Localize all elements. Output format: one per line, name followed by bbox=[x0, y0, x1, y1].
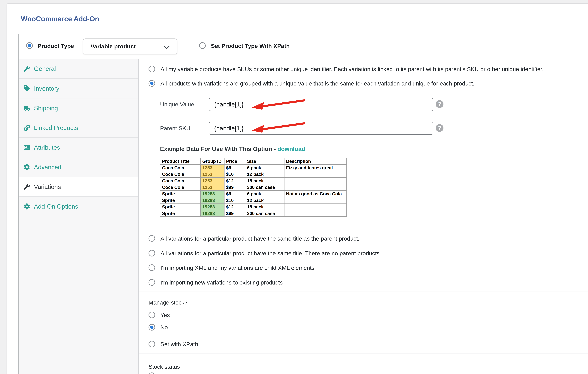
variation-title-option-2[interactable]: All variations for a particular product … bbox=[148, 250, 381, 257]
cell: 12 pack bbox=[245, 197, 284, 204]
variation-option-label: I'm importing XML and my variations are … bbox=[160, 264, 315, 271]
sidebar-item-general[interactable]: General bbox=[19, 59, 138, 79]
cell: Coca Cola bbox=[160, 171, 200, 177]
cell: $99 bbox=[224, 210, 245, 217]
variation-option-label: I'm importing new variations to existing… bbox=[160, 279, 283, 286]
manage-stock-question: Manage stock? bbox=[148, 299, 188, 306]
col-header: Price bbox=[224, 158, 245, 165]
table-header-row: Product Title Group ID Price Size Descri… bbox=[160, 158, 347, 165]
sidebar-item-linked-products[interactable]: Linked Products bbox=[19, 118, 138, 138]
cell: Sprite bbox=[160, 210, 200, 217]
cell: 1253 bbox=[200, 177, 224, 184]
sidebar-item-label: Linked Products bbox=[34, 124, 78, 131]
sidebar-item-label: Attributes bbox=[34, 144, 60, 151]
parent-sku-input[interactable] bbox=[209, 122, 433, 135]
sidebar-item-addon-options[interactable]: Add-On Options bbox=[19, 197, 138, 216]
cell: 6 pack bbox=[245, 190, 284, 197]
cell: Not as good as Coca Cola. bbox=[284, 190, 347, 197]
sidebar-item-label: Shipping bbox=[34, 105, 58, 112]
cell: $99 bbox=[224, 184, 245, 190]
unique-value-label: Unique Value bbox=[160, 101, 194, 108]
example-data-table: Product Title Group ID Price Size Descri… bbox=[160, 158, 347, 217]
cell: $10 bbox=[224, 171, 245, 177]
screenshot-root: WooCommerce Add-On Product Type Variable… bbox=[0, 0, 588, 374]
cell: $10 bbox=[224, 197, 245, 204]
stock-status-radio[interactable] bbox=[148, 373, 155, 374]
radio-button[interactable] bbox=[148, 250, 155, 256]
sidebar-item-advanced[interactable]: Advanced bbox=[19, 157, 138, 177]
variation-title-option-3[interactable]: I'm importing XML and my variations are … bbox=[148, 264, 315, 271]
help-icon[interactable]: ? bbox=[436, 124, 443, 132]
cell: $12 bbox=[224, 204, 245, 210]
unique-value-input[interactable] bbox=[209, 98, 433, 111]
sidebar-item-inventory[interactable]: Inventory bbox=[19, 79, 138, 99]
cell: Coca Cola bbox=[160, 177, 200, 184]
cell: 19283 bbox=[200, 190, 224, 197]
wrench-icon bbox=[24, 184, 30, 190]
gear-icon bbox=[24, 164, 30, 170]
product-type-selected-value: Variable product bbox=[91, 43, 136, 50]
manage-stock-xpath[interactable]: Set with XPath bbox=[148, 341, 198, 348]
set-product-type-xpath-radio[interactable] bbox=[199, 42, 206, 49]
variation-title-option-4[interactable]: I'm importing new variations to existing… bbox=[148, 279, 283, 286]
grouping-option-unique-value[interactable]: All products with variations are grouped… bbox=[148, 80, 474, 87]
cell: Fizzy and tastes great. bbox=[284, 165, 347, 171]
download-link[interactable]: download bbox=[277, 145, 305, 152]
link-icon bbox=[24, 125, 30, 131]
attributes-card-icon bbox=[24, 144, 30, 151]
table-row: Coca Cola 1253 $99 300 can case bbox=[160, 184, 347, 190]
radio-button[interactable] bbox=[148, 312, 155, 318]
cell: $6 bbox=[224, 190, 245, 197]
cell bbox=[284, 177, 347, 184]
sidebar-item-variations[interactable]: Variations bbox=[19, 177, 138, 197]
cell: 12 pack bbox=[245, 171, 284, 177]
cell: 1253 bbox=[200, 171, 224, 177]
table-row: Sprite 19283 $10 12 pack bbox=[160, 197, 347, 204]
manage-stock-yes[interactable]: Yes bbox=[148, 312, 170, 319]
sidebar-item-attributes[interactable]: Attributes bbox=[19, 138, 138, 157]
section-divider bbox=[139, 353, 588, 354]
cell: 1253 bbox=[200, 184, 224, 190]
cell: 1253 bbox=[200, 165, 224, 171]
table-row: Coca Cola 1253 $10 12 pack bbox=[160, 171, 347, 177]
gear-icon bbox=[24, 203, 30, 209]
col-header: Description bbox=[284, 158, 347, 165]
sidebar-item-label: Inventory bbox=[34, 85, 59, 92]
wrench-icon bbox=[24, 66, 30, 72]
chevron-down-icon bbox=[164, 44, 169, 49]
radio-button[interactable] bbox=[148, 341, 155, 347]
settings-box: Product Type Variable product Set Produc… bbox=[19, 34, 588, 374]
tag-icon bbox=[24, 85, 30, 91]
cell bbox=[284, 197, 347, 204]
cell: 19283 bbox=[200, 210, 224, 217]
grouping-option-label: All products with variations are grouped… bbox=[160, 80, 474, 87]
radio-button[interactable] bbox=[148, 66, 155, 72]
radio-button[interactable] bbox=[148, 264, 155, 271]
product-type-select[interactable]: Variable product bbox=[83, 39, 177, 54]
product-data-sidebar: General Inventory Shipping Linked Produc… bbox=[19, 59, 139, 374]
manage-stock-option-label: No bbox=[160, 324, 168, 331]
example-heading-text: Example Data For Use With This Option bbox=[160, 145, 272, 152]
variation-title-option-1[interactable]: All variations for a particular product … bbox=[148, 235, 359, 242]
grouping-option-sku[interactable]: All my variable products have SKUs or so… bbox=[148, 66, 544, 73]
table-row: Sprite 19283 $6 6 pack Not as good as Co… bbox=[160, 190, 347, 197]
cell: Sprite bbox=[160, 197, 200, 204]
stock-status-label: Stock status bbox=[148, 363, 180, 370]
cell: $6 bbox=[224, 165, 245, 171]
radio-button[interactable] bbox=[148, 324, 155, 330]
variation-option-label: All variations for a particular product … bbox=[160, 250, 381, 257]
cell: 300 can case bbox=[245, 210, 284, 217]
help-icon[interactable]: ? bbox=[436, 100, 443, 108]
sidebar-item-label: Advanced bbox=[34, 164, 61, 171]
product-type-radio[interactable] bbox=[26, 42, 33, 49]
radio-button[interactable] bbox=[148, 80, 155, 87]
sidebar-item-shipping[interactable]: Shipping bbox=[19, 99, 138, 118]
manage-stock-no[interactable]: No bbox=[148, 324, 168, 331]
truck-icon bbox=[24, 105, 30, 111]
radio-button[interactable] bbox=[148, 279, 155, 286]
radio-button[interactable] bbox=[148, 235, 155, 242]
section-divider bbox=[139, 291, 588, 291]
panel-title: WooCommerce Add-On bbox=[21, 15, 99, 23]
product-type-label: Product Type bbox=[38, 43, 74, 49]
example-data-heading: Example Data For Use With This Option - … bbox=[160, 145, 305, 152]
